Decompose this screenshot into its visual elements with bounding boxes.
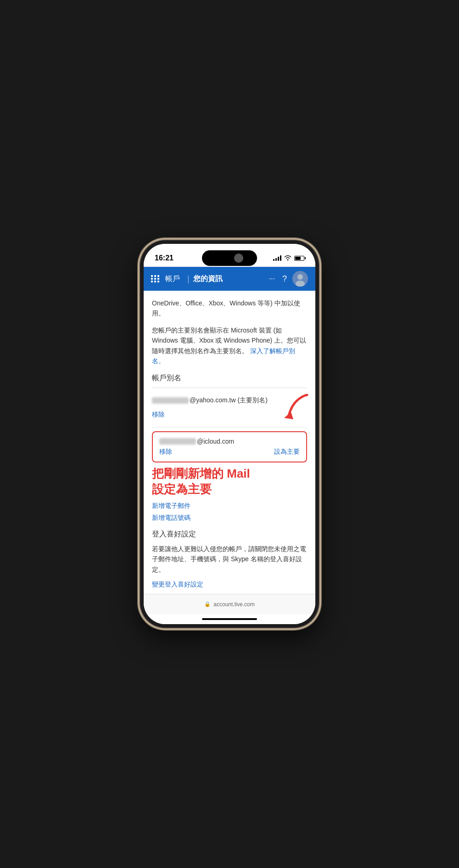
status-bar: 16:21 [144, 244, 315, 267]
battery-icon [294, 256, 304, 261]
signin-section-title: 登入喜好設定 [152, 530, 307, 539]
avatar[interactable] [292, 271, 308, 287]
alias-section-title: 帳戶別名 [152, 373, 307, 383]
email1-blur [152, 397, 189, 404]
divider-1 [152, 388, 307, 388]
help-button[interactable]: ? [282, 274, 287, 284]
content-area: OneDrive、Office、Xbox、Windows 等等) 中加以使用。 … [144, 291, 315, 594]
signin-desc: 若要讓他人更難以入侵您的帳戶，請關閉您未使用之電子郵件地址、手機號碼，與 Sky… [152, 544, 307, 575]
email1-remove-link[interactable]: 移除 [152, 411, 165, 419]
set-primary-link[interactable]: 設為主要 [274, 448, 300, 456]
wifi-icon [284, 255, 291, 262]
svg-point-1 [297, 274, 303, 280]
email1-suffix: @yahoo.com.tw (主要別名) [190, 396, 268, 405]
lock-icon: 🔒 [204, 601, 211, 607]
bottom-bar: 🔒 account.live.com [144, 594, 315, 614]
url-text: account.live.com [213, 601, 254, 608]
signal-icon [273, 255, 281, 261]
nav-more-button[interactable]: ··· [269, 275, 275, 283]
add-email-link[interactable]: 新增電子郵件 [152, 502, 307, 510]
add-phone-link[interactable]: 新增電話號碼 [152, 514, 307, 522]
nav-divider: | [187, 274, 190, 284]
email1-row: @yahoo.com.tw (主要別名) 移除 [152, 392, 307, 428]
email2-blur [159, 438, 196, 445]
email2-suffix: @icloud.com [197, 438, 234, 445]
nav-title[interactable]: 帳戶 [165, 274, 180, 284]
person-icon [234, 254, 243, 263]
status-time: 16:21 [155, 254, 174, 262]
dynamic-island [202, 250, 257, 266]
annotation-text: 把剛剛新增的 Mail 設定為主要 [152, 466, 307, 497]
nav-subtitle: 您的資訊 [193, 274, 269, 284]
nav-bar: 帳戶 | 您的資訊 ··· ? [144, 267, 315, 291]
home-indicator [144, 614, 315, 624]
status-icons [273, 255, 304, 262]
grid-icon[interactable] [151, 275, 160, 282]
red-arrow [280, 393, 312, 423]
email2-remove-link[interactable]: 移除 [159, 448, 172, 456]
home-bar [202, 618, 257, 620]
intro-text-2: 您帳戶的主要別名會顯示在 Microsoft 裝置 (如 Windows 電腦、… [152, 325, 307, 366]
email2-highlighted-box: @icloud.com 移除 設為主要 [152, 431, 307, 462]
change-settings-link[interactable]: 變更登入喜好設定 [152, 581, 203, 588]
intro-text-1: OneDrive、Office、Xbox、Windows 等等) 中加以使用。 [152, 298, 307, 319]
email2-address: @icloud.com [159, 438, 300, 445]
